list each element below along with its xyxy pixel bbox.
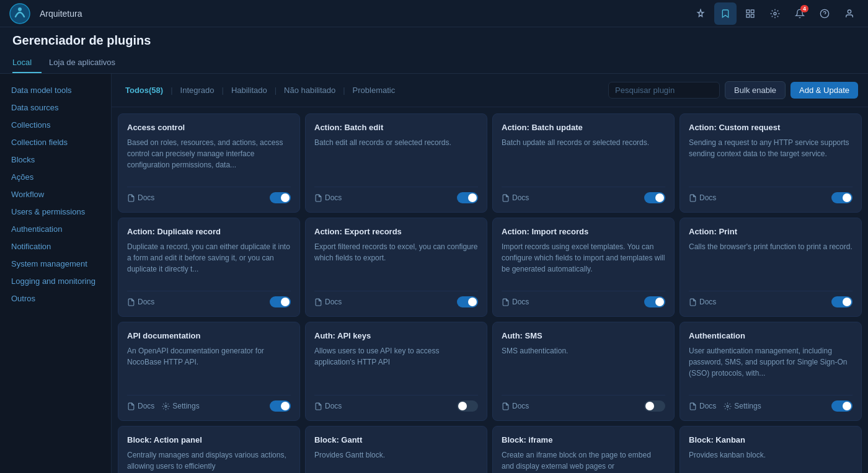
sidebar-item-acoes[interactable]: Ações bbox=[2, 169, 108, 185]
docs-link[interactable]: Docs bbox=[127, 402, 154, 410]
sidebar-item-workflow[interactable]: Workflow bbox=[2, 186, 108, 203]
search-input[interactable] bbox=[608, 82, 720, 99]
settings-link[interactable]: Settings bbox=[724, 402, 761, 410]
docs-link[interactable]: Docs bbox=[502, 402, 529, 410]
plugin-toggle[interactable] bbox=[644, 192, 665, 203]
plugin-card-footer: Docs bbox=[502, 395, 665, 412]
plugin-card-footer: Docs Settings bbox=[689, 395, 852, 412]
tab-app-store[interactable]: Loja de aplicativos bbox=[49, 53, 125, 73]
plugin-toggle[interactable] bbox=[831, 296, 852, 307]
plugin-card: Block: KanbanProvides kanban block. bbox=[680, 426, 862, 473]
docs-link[interactable]: Docs bbox=[502, 298, 529, 306]
svg-rect-3 bbox=[751, 10, 754, 13]
plugin-card-desc: Provides kanban block. bbox=[689, 449, 852, 473]
plugin-card: API documentationAn OpenAPI documentatio… bbox=[118, 322, 300, 421]
plugin-card: AuthenticationUser authentication manage… bbox=[680, 322, 862, 421]
navbar-app-name: Arquitetura bbox=[40, 9, 689, 19]
plugin-card-title: Auth: API keys bbox=[314, 331, 478, 340]
sidebar-item-outros[interactable]: Outros bbox=[2, 290, 108, 307]
sidebar-item-authentication[interactable]: Authentication bbox=[2, 221, 108, 237]
docs-link[interactable]: Docs bbox=[689, 402, 716, 410]
docs-link[interactable]: Docs bbox=[314, 193, 342, 202]
bookmark-nav-btn[interactable] bbox=[714, 2, 737, 25]
filter-tab-nao-habilitado[interactable]: Não habilitado bbox=[280, 84, 339, 97]
sidebar-item-data-model-tools[interactable]: Data model tools bbox=[2, 82, 108, 99]
svg-point-9 bbox=[165, 405, 167, 407]
plugin-toggle[interactable] bbox=[270, 400, 291, 412]
plugin-card-desc: SMS authentication. bbox=[502, 345, 665, 389]
plugin-toggle[interactable] bbox=[644, 400, 665, 412]
plugin-toggle[interactable] bbox=[270, 192, 291, 203]
plugin-card: Action: Batch editBatch edit all records… bbox=[305, 113, 487, 213]
plugin-toggle[interactable] bbox=[831, 400, 852, 412]
plugin-toggle[interactable] bbox=[270, 296, 291, 307]
filter-tab-integrado[interactable]: Integrado bbox=[177, 84, 218, 97]
sidebar-item-logging-monitoring[interactable]: Logging and monitoring bbox=[2, 273, 108, 290]
filter-tab-habilitado[interactable]: Habilitado bbox=[228, 84, 271, 97]
svg-point-6 bbox=[774, 12, 776, 15]
plugin-card: Action: Custom requestSending a request … bbox=[680, 113, 862, 213]
plugin-toggle[interactable] bbox=[457, 296, 478, 307]
plugin-toggle[interactable] bbox=[831, 192, 852, 203]
user-nav-btn[interactable] bbox=[838, 2, 861, 25]
plugin-toggle[interactable] bbox=[644, 296, 665, 307]
sidebar-item-users-permissions[interactable]: Users & permissions bbox=[2, 203, 108, 220]
app-logo bbox=[7, 1, 32, 26]
sidebar-item-collection-fields[interactable]: Collection fields bbox=[2, 134, 108, 151]
settings-nav-btn[interactable] bbox=[764, 2, 786, 25]
plugin-card-desc: Batch edit all records or selected recor… bbox=[314, 137, 478, 180]
pin-nav-btn[interactable] bbox=[689, 2, 712, 25]
plugin-toggle[interactable] bbox=[457, 400, 478, 412]
plugin-card-title: Auth: SMS bbox=[502, 331, 665, 340]
plugin-card-title: Action: Print bbox=[689, 227, 852, 236]
page-tabs: Local Loja de aplicativos bbox=[12, 53, 856, 73]
docs-link[interactable]: Docs bbox=[502, 193, 529, 202]
plugin-card-title: Block: Action panel bbox=[127, 435, 291, 444]
filter-tabs: Todos(58) | Integrado | Habilitado | Não… bbox=[122, 84, 603, 97]
settings-link[interactable]: Settings bbox=[162, 402, 199, 410]
plugin-card-desc: Sending a request to any HTTP service su… bbox=[689, 137, 852, 180]
plugin-card-desc: Based on roles, resources, and actions, … bbox=[127, 137, 291, 180]
plugin-card-footer: Docs bbox=[502, 291, 665, 307]
sidebar-item-notification[interactable]: Notification bbox=[2, 238, 108, 255]
svg-point-0 bbox=[10, 4, 30, 24]
filter-tab-all[interactable]: Todos(58) bbox=[122, 84, 167, 97]
sidebar-item-blocks[interactable]: Blocks bbox=[2, 151, 108, 168]
plugin-card-footer: Docs bbox=[502, 187, 665, 203]
plugin-toggle[interactable] bbox=[457, 192, 478, 203]
grid-nav-btn[interactable] bbox=[739, 2, 761, 25]
filter-tab-problematic[interactable]: Problematic bbox=[349, 84, 399, 97]
navbar-icons: 4 bbox=[689, 2, 861, 25]
bulk-enable-button[interactable]: Bulk enable bbox=[725, 81, 786, 99]
docs-link[interactable]: Docs bbox=[689, 298, 716, 306]
plugin-card: Action: Duplicate recordDuplicate a reco… bbox=[118, 218, 300, 317]
plugin-card-footer: Docs bbox=[314, 187, 478, 203]
docs-link[interactable]: Docs bbox=[314, 298, 342, 306]
plugin-grid: Access controlBased on roles, resources,… bbox=[112, 107, 868, 473]
plugin-card-desc: User authentication management, includin… bbox=[689, 345, 852, 389]
svg-rect-5 bbox=[751, 14, 754, 17]
plugin-card-footer: Docs bbox=[314, 291, 478, 307]
bell-nav-btn[interactable]: 4 bbox=[789, 2, 811, 25]
sidebar-item-collections[interactable]: Collections bbox=[2, 117, 108, 133]
plugin-card-title: Block: iframe bbox=[502, 435, 665, 444]
content-area: Todos(58) | Integrado | Habilitado | Não… bbox=[112, 74, 868, 473]
plugin-card-desc: Calls the browser's print function to pr… bbox=[689, 241, 852, 285]
docs-link[interactable]: Docs bbox=[127, 193, 154, 202]
plugin-card-desc: Allows users to use API key to access ap… bbox=[314, 345, 478, 389]
docs-link[interactable]: Docs bbox=[127, 298, 154, 306]
docs-link[interactable]: Docs bbox=[314, 402, 342, 410]
sidebar-item-data-sources[interactable]: Data sources bbox=[2, 99, 108, 116]
plugin-card-title: Action: Custom request bbox=[689, 123, 852, 132]
navbar: Arquitetura 4 bbox=[0, 0, 868, 27]
plugin-card: Action: Export recordsExport filtered re… bbox=[305, 218, 487, 317]
main-layout: Data model tools Data sources Collection… bbox=[0, 74, 868, 473]
add-update-button[interactable]: Add & Update bbox=[790, 82, 858, 99]
plugin-card-desc: Export filtered records to excel, you ca… bbox=[314, 241, 478, 285]
plugin-card-title: Access control bbox=[127, 123, 291, 132]
tab-local[interactable]: Local bbox=[12, 53, 42, 73]
sidebar-item-system-management[interactable]: System management bbox=[2, 255, 108, 272]
docs-link[interactable]: Docs bbox=[689, 193, 716, 202]
plugin-card-desc: Centrally manages and displays various a… bbox=[127, 449, 291, 473]
help-nav-btn[interactable] bbox=[813, 2, 836, 25]
